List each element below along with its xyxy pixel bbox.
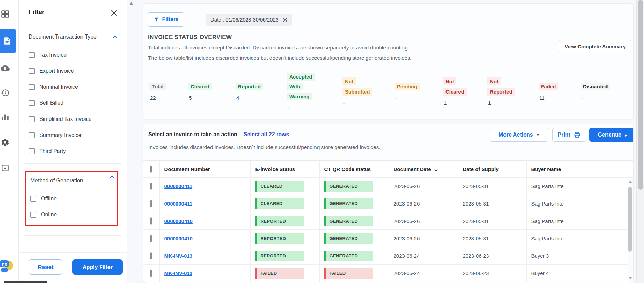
document-number-link[interactable]: 0000000410 <box>164 236 193 241</box>
status-label: Not Reported <box>487 77 515 95</box>
date-filter-chip[interactable]: Date : 01/06/2023-30/06/2023 <box>206 14 292 26</box>
row-checkbox[interactable] <box>150 270 152 277</box>
checkbox-label: Nominal Invoice <box>39 84 78 90</box>
bar-chart-icon[interactable] <box>1 113 10 122</box>
close-icon[interactable] <box>110 9 118 17</box>
history-icon[interactable] <box>1 88 10 97</box>
row-checkbox[interactable] <box>150 252 152 259</box>
filter-option-offline[interactable]: Offline <box>30 196 117 202</box>
filters-button[interactable]: Filters <box>148 12 184 27</box>
filter-option-online[interactable]: Online <box>30 212 117 218</box>
apply-filter-button[interactable]: Apply Filter <box>72 259 123 275</box>
checkbox-export-invoice[interactable] <box>29 68 35 74</box>
chip-close-icon[interactable] <box>283 18 287 22</box>
checkbox-online[interactable] <box>30 212 36 218</box>
horizontal-scrollbar-thumb[interactable] <box>4 281 47 283</box>
status-value: - <box>342 100 345 106</box>
document-date-cell: 2023-06-26 <box>389 195 458 212</box>
checkbox-self-billed[interactable] <box>29 100 35 106</box>
filter-option-export-invoice[interactable]: Export Invoice <box>29 68 122 74</box>
status-total: Total22 <box>149 82 188 101</box>
filter-section-title: Method of Generation <box>26 175 107 186</box>
checkbox-label: Third Party <box>39 148 66 154</box>
document-date-cell: 2023-06-24 <box>389 247 458 265</box>
column-header-document-date[interactable]: Document Date <box>389 161 458 178</box>
document-number-link[interactable]: MK-INV-012 <box>164 270 193 276</box>
select-all-rows-link[interactable]: Select all 22 rows <box>244 131 289 137</box>
row-checkbox[interactable] <box>150 235 152 242</box>
row-checkbox[interactable] <box>150 200 152 207</box>
column-header-date-of-supply[interactable]: Date of Supply <box>458 161 526 178</box>
page-scrollbar[interactable] <box>636 0 644 283</box>
buyer-name-cell: Sag Parts Inte <box>526 230 634 247</box>
checkbox-label: Simplified Tax Invoice <box>39 116 92 122</box>
status-label: Not Cleared <box>443 77 467 95</box>
status-label: Pending <box>395 83 420 90</box>
checkbox-offline[interactable] <box>30 196 36 202</box>
checkbox-tax-invoice[interactable] <box>29 52 35 58</box>
document-number-link[interactable]: MK-INV-013 <box>164 253 193 259</box>
filter-option-summary-invoice[interactable]: Summary Invoice <box>29 132 122 138</box>
status-value: - <box>395 95 397 101</box>
chevron-down-icon <box>536 134 540 136</box>
filter-option-simplified-tax-invoice[interactable]: Simplified Tax Invoice <box>29 116 122 122</box>
status-label-wrap: Failed <box>539 82 558 91</box>
qr-status-cell: FAILED <box>319 265 389 282</box>
filter-option-self-billed[interactable]: Self Billed <box>29 100 122 106</box>
print-button[interactable]: Print <box>552 128 586 142</box>
checkbox-nominal-invoice[interactable] <box>29 84 35 90</box>
filter-panel-header: Filter <box>19 0 127 25</box>
document-number-cell: 0000000410 <box>159 230 250 247</box>
panel-scrollbar-up-arrow[interactable] <box>129 2 133 5</box>
chevron-up-icon[interactable] <box>113 34 117 38</box>
row-checkbox-cell <box>143 195 159 212</box>
page-scrollbar-thumb[interactable] <box>638 0 643 190</box>
table-header-row: Document NumberE-invoice StatusCT QR Cod… <box>143 161 634 178</box>
row-checkbox[interactable] <box>150 217 152 225</box>
chatbot-mascot-icon[interactable] <box>0 257 14 274</box>
generate-button[interactable]: Generate ▸ <box>589 128 634 142</box>
table-scrollbar[interactable] <box>628 179 633 281</box>
table-row: 0000000411CLEAREDGENERATED2023-06-262023… <box>143 178 634 195</box>
invoice-status-overview-card: Filters Date : 01/06/2023-30/06/2023 INV… <box>143 3 634 119</box>
column-header-e-invoice-status[interactable]: E-invoice Status <box>250 161 319 178</box>
document-number-link[interactable]: 0000000410 <box>164 218 193 224</box>
checkbox-third-party[interactable] <box>29 148 35 154</box>
document-number-link[interactable]: 0000000411 <box>164 183 193 189</box>
view-complete-summary-button[interactable]: View Complete Summary <box>559 40 631 53</box>
scroll-up-arrow[interactable] <box>629 181 632 183</box>
cloud-upload-icon[interactable] <box>1 63 10 72</box>
status-label-wrap: Not Reported <box>487 76 519 97</box>
reset-button[interactable]: Reset <box>29 259 62 275</box>
archive-icon[interactable] <box>1 164 10 172</box>
table-scrollbar-thumb[interactable] <box>628 187 632 252</box>
document-date-cell: 2023-06-26 <box>389 230 458 247</box>
more-actions-button[interactable]: More Actions <box>490 128 548 142</box>
sort-descending-icon[interactable] <box>434 167 438 172</box>
scroll-down-arrow[interactable] <box>629 277 632 279</box>
status-not-submitted: Not Submitted- <box>342 76 395 106</box>
checkbox-simplified-tax-invoice[interactable] <box>29 116 35 122</box>
dashboard-icon[interactable] <box>1 10 10 18</box>
settings-gear-icon[interactable] <box>1 138 10 147</box>
status-value: 22 <box>149 95 156 101</box>
filter-option-third-party[interactable]: Third Party <box>29 148 122 154</box>
row-checkbox[interactable] <box>150 183 152 190</box>
checkbox-summary-invoice[interactable] <box>29 132 35 138</box>
checkbox-label: Summary Invoice <box>39 132 82 138</box>
status-label-wrap: Discarded <box>581 82 610 91</box>
status-value: 4 <box>236 95 239 101</box>
column-header-ct-qr-code-status[interactable]: CT QR Code status <box>319 161 389 178</box>
filter-option-nominal-invoice[interactable]: Nominal Invoice <box>29 84 122 90</box>
column-header-document-number[interactable]: Document Number <box>159 161 250 178</box>
select-all-checkbox[interactable] <box>150 166 152 173</box>
sidebar-item-documents[interactable] <box>0 29 16 53</box>
qr-status-badge: GENERATED <box>324 198 373 209</box>
document-number-cell: 0000000411 <box>159 178 250 195</box>
filter-option-tax-invoice[interactable]: Tax Invoice <box>29 52 122 58</box>
document-number-link[interactable]: 0000000411 <box>164 201 193 207</box>
chevron-up-icon[interactable] <box>109 175 114 179</box>
status-not-cleared: Not Cleared1 <box>443 76 487 106</box>
column-header-buyer-name[interactable]: Buyer Name <box>526 161 634 178</box>
overview-title: INVOICE STATUS OVERVIEW <box>148 34 232 41</box>
